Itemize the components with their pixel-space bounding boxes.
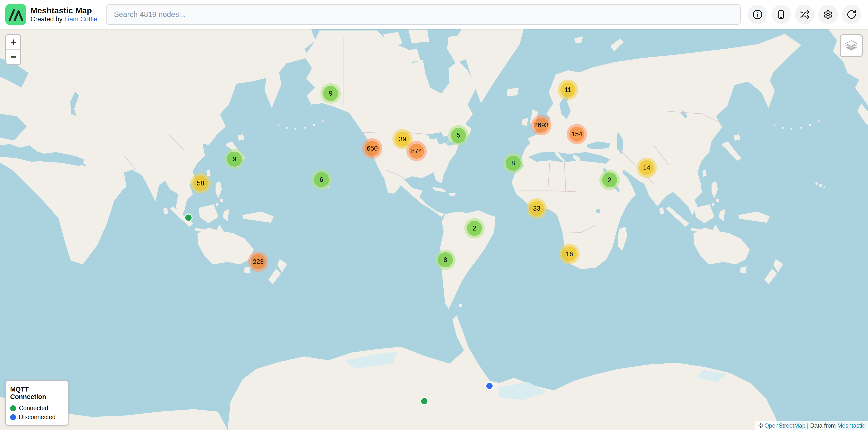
refresh-icon (846, 9, 857, 20)
legend-label: Disconnected (19, 414, 56, 421)
meshtastic-link[interactable]: Meshtastic (837, 422, 865, 429)
cluster-marker[interactable]: 2 (464, 218, 485, 238)
legend-title: MQTT Connection (10, 386, 63, 401)
legend-item-disconnected: Disconnected (10, 414, 63, 421)
cluster-marker[interactable]: 9 (224, 149, 245, 169)
header-buttons (748, 5, 861, 24)
zoom-out-button[interactable]: − (6, 49, 20, 64)
cluster-marker[interactable]: 9 (320, 83, 341, 104)
info-icon (752, 9, 763, 20)
subtitle-prefix: Created by (31, 15, 64, 23)
mqtt-legend: MQTT Connection Connected Disconnected (5, 380, 68, 426)
cluster-marker[interactable]: 154 (567, 124, 587, 144)
search-input[interactable] (106, 4, 741, 25)
disconnected-dot (10, 414, 16, 420)
cluster-marker[interactable]: 650 (362, 138, 382, 159)
refresh-button[interactable] (842, 5, 861, 24)
meshtastic-logo-icon (7, 7, 25, 22)
zoom-control: + − (5, 34, 21, 65)
cluster-marker[interactable]: 2693 (531, 115, 552, 135)
title-block: Meshtastic Map Created by Liam Cottle (31, 6, 97, 23)
node-marker-disconnected[interactable] (485, 382, 494, 390)
info-button[interactable] (748, 5, 767, 24)
map-attribution: © OpenStreetMap | Data from Meshtastic (755, 421, 868, 430)
random-node-button[interactable] (795, 5, 814, 24)
node-marker-connected[interactable] (184, 213, 192, 222)
attribution-separator: | Data from (806, 422, 837, 429)
liam-cottle-link[interactable]: Liam Cottle (64, 15, 98, 23)
cluster-marker[interactable]: 11 (558, 80, 578, 100)
markers-layer: 911269315439650874598214586332168223 (0, 0, 868, 430)
cluster-marker[interactable]: 8 (435, 250, 456, 270)
cluster-marker[interactable]: 16 (559, 244, 580, 264)
cluster-marker[interactable]: 874 (406, 141, 427, 161)
cluster-marker[interactable]: 5 (448, 125, 469, 145)
app-title: Meshtastic Map (31, 6, 97, 15)
legend-item-connected: Connected (10, 405, 63, 411)
layers-control[interactable] (840, 34, 863, 57)
meshtastic-logo (5, 4, 26, 25)
openstreetmap-link[interactable]: OpenStreetMap (764, 422, 805, 429)
cluster-marker[interactable]: 2 (599, 170, 620, 190)
shuffle-icon (800, 9, 810, 20)
top-bar: Meshtastic Map Created by Liam Cottle (0, 0, 868, 29)
cluster-marker[interactable]: 33 (527, 198, 547, 219)
cluster-marker[interactable]: 223 (248, 252, 268, 272)
cluster-marker[interactable]: 14 (637, 158, 657, 178)
cluster-marker[interactable]: 6 (311, 169, 332, 190)
settings-button[interactable] (818, 5, 838, 24)
layers-icon (844, 39, 858, 53)
node-marker-connected[interactable] (420, 397, 428, 405)
mobile-app-button[interactable] (771, 5, 791, 24)
legend-label: Connected (19, 405, 48, 411)
gear-icon (823, 9, 833, 20)
map-canvas[interactable]: 911269315439650874598214586332168223 + −… (0, 0, 868, 430)
search-container (106, 4, 741, 25)
cluster-marker[interactable]: 58 (190, 173, 211, 194)
connected-dot (10, 405, 16, 411)
zoom-in-button[interactable]: + (6, 35, 20, 49)
cluster-marker[interactable]: 8 (503, 153, 523, 173)
smartphone-icon (776, 9, 786, 20)
attribution-copyright: © (758, 422, 764, 429)
app-subtitle: Created by Liam Cottle (31, 15, 97, 23)
